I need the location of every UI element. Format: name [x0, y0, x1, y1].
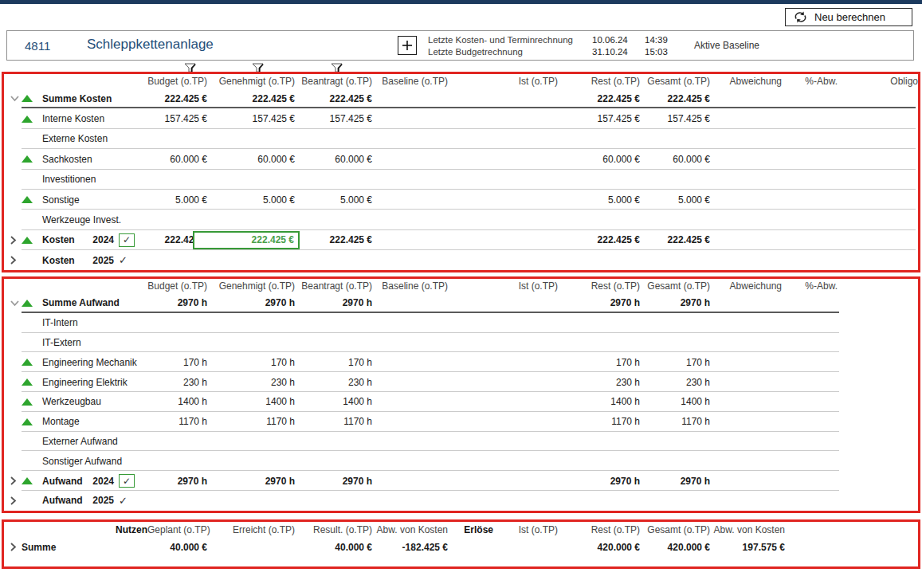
row-label: Externer Aufwand [42, 436, 147, 447]
value-cell: 1400 h [147, 396, 207, 407]
table-header-row: Budget (o.TP)Genehmigt (o.TP)Beantragt (… [4, 74, 918, 88]
indicator-cell [22, 237, 42, 244]
row-label: Kosten [42, 255, 87, 266]
value-cell: 5.000 € [147, 194, 207, 206]
checkbox-cell: ✓ [119, 495, 147, 507]
value-cell: 222.425 € [295, 93, 372, 104]
row-label: Werkzeugbau [42, 396, 147, 407]
table-row: Werkzeuge Invest. [4, 210, 918, 229]
chevron-right-icon[interactable] [4, 235, 22, 245]
trend-up-triangle-icon [22, 378, 33, 386]
year-checkbox[interactable]: ✓ [119, 474, 135, 488]
row-label-cell: Engineering Elektrik [4, 372, 147, 392]
row-label-cell: Aufwand2024✓ [4, 471, 147, 491]
column-header: Ist (o.TP) [448, 76, 558, 87]
last-cost-run-time: 14:39 [645, 34, 668, 46]
chevron-down-icon[interactable] [4, 95, 22, 102]
row-label-cell: Summe Kosten [4, 88, 147, 108]
indicator-cell [22, 95, 42, 102]
row-label: Summe Aufwand [42, 297, 147, 308]
column-header: Obligo [838, 76, 918, 87]
value-cell: 40.000 € [147, 542, 207, 553]
chevron-right-icon[interactable] [4, 476, 22, 486]
value-cell: 1400 h [207, 396, 295, 407]
value-cell: 420.000 € [558, 542, 640, 553]
row-label-cell: IT-Intern [4, 313, 147, 333]
add-button[interactable] [398, 36, 417, 55]
value-cell: -182.425 € [372, 542, 448, 553]
chevron-down-icon[interactable] [4, 300, 22, 307]
filter-funnel-icon[interactable] [331, 61, 343, 71]
table-row: Externer Aufwand [4, 432, 918, 452]
chevron-right-icon[interactable] [4, 542, 22, 552]
indicator-cell [22, 359, 42, 366]
value-cell: 2970 h [147, 476, 207, 487]
top-navy-bar [0, 0, 922, 4]
editable-amount-cell[interactable]: 222.425 € [193, 231, 300, 249]
value-cell: 230 h [295, 377, 372, 388]
value-cell: 222.425 € [640, 234, 710, 245]
row-label: Engineering Mechanik [42, 357, 147, 368]
value-cell: 222.425 € [207, 93, 295, 104]
value-cell: 1400 h [640, 396, 710, 407]
checkmark-icon[interactable]: ✓ [119, 495, 128, 507]
recalculate-button[interactable]: Neu berechnen [785, 8, 912, 26]
column-header: Gesamt (o.TP) [640, 76, 710, 87]
chevron-right-icon[interactable] [4, 255, 22, 265]
column-header: Beantragt (o.TP) [295, 280, 372, 292]
column-header: Baseline (o.TP) [372, 76, 448, 87]
column-header: Gesamt (o.TP) [640, 524, 710, 535]
chevron-right-icon[interactable] [4, 496, 22, 506]
last-budget-run-time: 15:03 [645, 46, 668, 58]
table-row: Aufwand2025✓ [4, 491, 918, 511]
last-cost-run-label: Letzte Kosten- und Terminrechnung [428, 34, 573, 46]
column-header: Rest (o.TP) [558, 76, 640, 87]
row-label: Interne Kosten [42, 113, 147, 124]
refresh-icon [794, 11, 807, 23]
column-header: Abw. von Kosten [372, 524, 448, 535]
column-header: Ist (o.TP) [448, 280, 558, 292]
value-cell: 2970 h [295, 476, 372, 487]
row-label: Werkzeuge Invest. [42, 214, 147, 225]
column-header: Abw. von Kosten [710, 524, 785, 535]
row-label: Sonstiger Aufwand [42, 456, 147, 467]
benefits-table-section: NutzenGeplant (o.TP)Erreicht (o.TP)Resul… [2, 519, 920, 569]
table-row: Werkzeugbau1400 h1400 h1400 h1400 h1400 … [4, 392, 918, 412]
table-row: Sonstige5.000 €5.000 €5.000 €5.000 €5.00… [4, 190, 918, 210]
value-cell: 157.425 € [558, 113, 640, 124]
value-cell: 2970 h [640, 476, 710, 487]
value-cell: 222.425 € [640, 93, 710, 104]
year-checkbox[interactable]: ✓ [119, 233, 135, 247]
value-cell: 1400 h [295, 396, 372, 407]
row-label: Kosten [42, 234, 87, 245]
table-header-row: NutzenGeplant (o.TP)Erreicht (o.TP)Resul… [4, 522, 918, 538]
column-header: Erlöse [448, 524, 493, 535]
trend-up-triangle-icon [22, 398, 33, 406]
checkmark-icon[interactable]: ✓ [119, 254, 128, 266]
indicator-cell [22, 300, 42, 307]
row-label-cell: Summe Aufwand [4, 293, 147, 313]
trend-up-triangle-icon [22, 300, 33, 307]
value-cell: 157.425 € [147, 113, 207, 124]
column-header: Gesamt (o.TP) [640, 280, 710, 292]
row-label: Aufwand [42, 495, 87, 506]
row-label: Aufwand [42, 476, 87, 487]
value-cell: 2970 h [640, 297, 710, 308]
table-row: IT-Intern [4, 313, 918, 333]
checkbox-cell: ✓ [119, 233, 147, 247]
value-cell: 157.425 € [640, 113, 710, 124]
table-row: Sachkosten60.000 €60.000 €60.000 €60.000… [4, 149, 918, 169]
value-cell: 222.425 € [558, 234, 640, 245]
project-title: Schleppkettenanlage [87, 37, 214, 53]
column-header: Nutzen [80, 524, 147, 535]
table-row: IT-Extern [4, 333, 918, 353]
column-header: Ist (o.TP) [493, 524, 558, 535]
value-cell: 1170 h [640, 416, 710, 427]
filter-funnel-icon[interactable] [184, 61, 196, 71]
row-label: Investitionen [42, 174, 147, 185]
row-label-cell: Sachkosten [4, 149, 147, 169]
year-label: 2024 [87, 476, 114, 487]
column-header: %-Abw. [782, 280, 838, 292]
row-label-cell: Montage [4, 412, 147, 432]
filter-funnel-icon[interactable] [252, 61, 264, 71]
